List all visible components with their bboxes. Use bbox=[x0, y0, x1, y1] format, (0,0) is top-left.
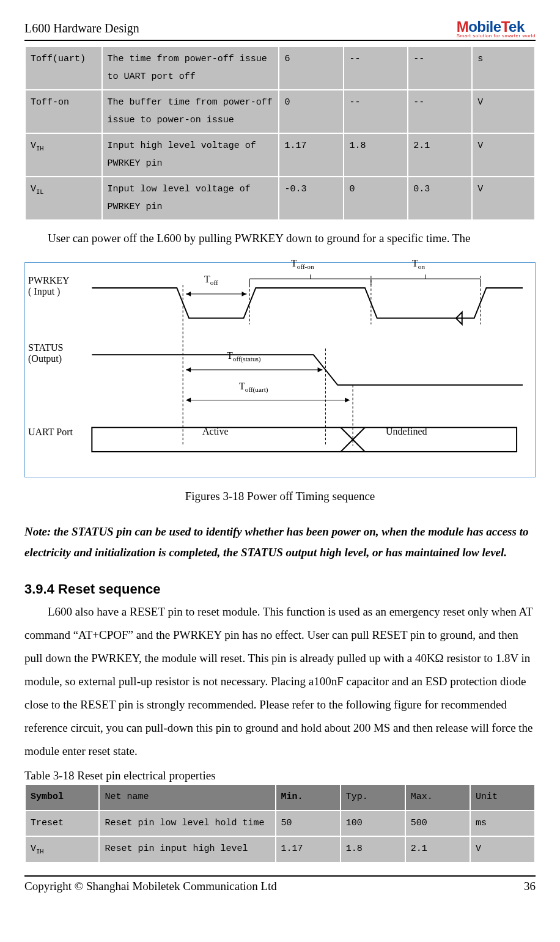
page-number: 36 bbox=[524, 880, 536, 893]
cell-name: Reset pin input high level bbox=[99, 836, 275, 863]
label-toffstatus: Toff(status) bbox=[227, 350, 261, 362]
cell-unit: V bbox=[472, 177, 535, 220]
cell-typ: -- bbox=[344, 90, 408, 133]
cell-min: 1.17 bbox=[279, 133, 344, 177]
svg-marker-18 bbox=[318, 367, 323, 372]
cell-max: 2.1 bbox=[405, 836, 470, 863]
page-footer: Copyright © Shanghai Mobiletek Communica… bbox=[24, 875, 536, 893]
cell-unit: V bbox=[472, 133, 535, 177]
table-row: Treset Reset pin low level hold time 50 … bbox=[25, 811, 535, 837]
svg-marker-21 bbox=[345, 398, 350, 403]
label-pwrkey: PWRKEY( Input ) bbox=[28, 275, 70, 297]
page-header: L600 Hardware Design MobileTek Smart sol… bbox=[24, 18, 536, 41]
cell-min: 6 bbox=[279, 46, 344, 90]
cell-min: 50 bbox=[276, 811, 341, 837]
label-ton: Ton bbox=[412, 258, 425, 270]
cell-symbol: VIL bbox=[25, 177, 102, 220]
cell-min: 1.17 bbox=[276, 836, 341, 863]
logo-tagline: Smart solution for smarter world bbox=[457, 33, 536, 39]
svg-marker-7 bbox=[186, 292, 191, 296]
svg-marker-17 bbox=[186, 367, 191, 372]
timing-diagram: PWRKEY( Input ) STATUS(Output) UART Port… bbox=[24, 262, 536, 477]
cell-max: -- bbox=[408, 46, 472, 90]
cell-typ: 100 bbox=[341, 811, 405, 837]
cell-symbol: VIH bbox=[25, 836, 99, 863]
cell-typ: -- bbox=[344, 46, 408, 90]
cell-unit: V bbox=[470, 836, 535, 863]
cell-typ: 1.8 bbox=[341, 836, 405, 863]
cell-unit: ms bbox=[470, 811, 535, 837]
parameters-table-2: Symbol Net name Min. Typ. Max. Unit Tres… bbox=[24, 784, 536, 863]
cell-name: Reset pin low level hold time bbox=[99, 811, 275, 837]
th-min: Min. bbox=[276, 784, 341, 811]
label-toffon: Toff-on bbox=[291, 258, 314, 270]
section-body: L600 also have a RESET pin to reset modu… bbox=[24, 600, 536, 763]
svg-marker-8 bbox=[241, 292, 246, 296]
svg-rect-22 bbox=[92, 427, 517, 452]
svg-marker-20 bbox=[186, 398, 191, 403]
figure-caption: Figures 3-18 Power off Timing sequence bbox=[24, 490, 536, 503]
cell-min: 0 bbox=[279, 90, 344, 133]
cell-min: -0.3 bbox=[279, 177, 344, 220]
parameters-table-1: Toff(uart) The time from power-off issue… bbox=[24, 46, 536, 221]
label-undefined: Undefined bbox=[386, 426, 427, 437]
table-row: Toff(uart) The time from power-off issue… bbox=[25, 46, 535, 90]
th-typ: Typ. bbox=[341, 784, 405, 811]
note-text: Note: the STATUS pin can be used to iden… bbox=[24, 521, 536, 563]
cell-symbol: VIH bbox=[25, 133, 102, 177]
logo-text: MobileTek bbox=[457, 18, 525, 35]
table-header-row: Symbol Net name Min. Typ. Max. Unit bbox=[25, 784, 535, 811]
cell-symbol: Toff-on bbox=[25, 90, 102, 133]
logo: MobileTek Smart solution for smarter wor… bbox=[457, 18, 536, 39]
cell-typ: 0 bbox=[344, 177, 408, 220]
cell-desc: Input high level voltage of PWRKEY pin bbox=[102, 133, 279, 177]
label-toffuart: Toff(uart) bbox=[239, 381, 268, 393]
th-symbol: Symbol bbox=[25, 784, 99, 811]
label-toff: Toff bbox=[204, 274, 218, 286]
cell-desc: The buffer time from power-off issue to … bbox=[102, 90, 279, 133]
cell-desc: Input low level voltage of PWRKEY pin bbox=[102, 177, 279, 220]
timing-svg bbox=[37, 269, 523, 465]
th-name: Net name bbox=[99, 784, 275, 811]
cell-symbol: Toff(uart) bbox=[25, 46, 102, 90]
th-unit: Unit bbox=[470, 784, 535, 811]
label-active: Active bbox=[202, 426, 229, 437]
cell-unit: s bbox=[472, 46, 535, 90]
section-heading: 3.9.4 Reset sequence bbox=[24, 581, 536, 597]
copyright: Copyright © Shanghai Mobiletek Communica… bbox=[24, 880, 277, 893]
cell-max: 0.3 bbox=[408, 177, 472, 220]
label-uart: UART Port bbox=[28, 427, 73, 438]
cell-max: -- bbox=[408, 90, 472, 133]
cell-typ: 1.8 bbox=[344, 133, 408, 177]
cell-max: 2.1 bbox=[408, 133, 472, 177]
table-row: VIL Input low level voltage of PWRKEY pi… bbox=[25, 177, 535, 220]
cell-unit: V bbox=[472, 90, 535, 133]
cell-max: 500 bbox=[405, 811, 470, 837]
table-row: VIH Input high level voltage of PWRKEY p… bbox=[25, 133, 535, 177]
table-row: VIH Reset pin input high level 1.17 1.8 … bbox=[25, 836, 535, 863]
intro-text: User can power off the L600 by pulling P… bbox=[24, 227, 536, 250]
th-max: Max. bbox=[405, 784, 470, 811]
cell-desc: The time from power-off issue to UART po… bbox=[102, 46, 279, 90]
doc-title: L600 Hardware Design bbox=[24, 21, 139, 35]
table-row: Toff-on The buffer time from power-off i… bbox=[25, 90, 535, 133]
table2-caption: Table 3-18 Reset pin electrical properti… bbox=[24, 769, 536, 782]
label-status: STATUS(Output) bbox=[28, 342, 63, 364]
cell-symbol: Treset bbox=[25, 811, 99, 837]
